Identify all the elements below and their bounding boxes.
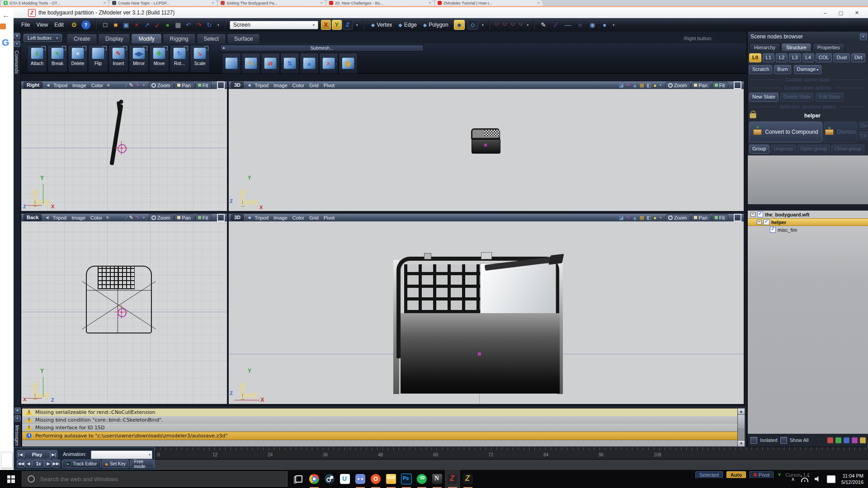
texture-icon[interactable]: ▦ xyxy=(174,20,183,29)
clapper-icon[interactable]: ◧ xyxy=(646,82,651,88)
chevron-down-icon[interactable]: ▾ xyxy=(143,83,145,87)
viewport-button[interactable]: Pan xyxy=(175,214,194,221)
smooth-icon[interactable] xyxy=(222,53,241,74)
scroll-down-icon[interactable]: ▼ xyxy=(738,440,745,446)
viewport-button[interactable]: Zoom xyxy=(665,214,690,221)
show-all-label[interactable]: Show All xyxy=(790,437,809,443)
filter-red-icon[interactable] xyxy=(827,437,833,443)
auto-mode-button[interactable]: Auto xyxy=(726,471,746,478)
filter-gold-icon[interactable] xyxy=(860,437,866,443)
group-button[interactable]: Ungroup xyxy=(771,145,796,154)
browser-tab[interactable]: 20. New Challenges - Bu... × xyxy=(326,0,434,6)
sphere-icon[interactable]: ● xyxy=(600,20,609,29)
submesh-group-header[interactable]: Submesh... xyxy=(220,45,424,52)
save-icon[interactable]: ▣ xyxy=(122,20,131,29)
eraser-tool-icon[interactable]: ◪ xyxy=(619,82,623,88)
maximize-viewport-icon[interactable] xyxy=(217,214,225,221)
photoshop-icon[interactable] xyxy=(399,470,414,488)
group-button[interactable]: Group xyxy=(749,145,769,154)
filter-blue-icon[interactable] xyxy=(844,437,849,443)
pivot-marker[interactable] xyxy=(478,352,481,356)
clapper-icon[interactable]: ◧ xyxy=(646,215,651,221)
grid-icon[interactable]: ▦ xyxy=(339,53,358,74)
steam-icon[interactable] xyxy=(322,470,337,488)
tool-button[interactable]: Flip xyxy=(88,45,108,72)
animation-select[interactable]: ▾ xyxy=(91,450,152,459)
viewport-canvas[interactable]: Y Z X xyxy=(229,221,744,404)
eraser-tool-icon[interactable]: ◪ xyxy=(619,215,623,221)
circle-icon[interactable]: ○ xyxy=(576,20,585,29)
viewport-back[interactable]: Back ◀ TripodImageColor ≡ ∕ ✎ ✎ ▾ ZoomPa… xyxy=(21,214,227,404)
playback-speed[interactable]: 1x xyxy=(32,460,45,468)
state-action-button[interactable]: New State xyxy=(749,93,778,102)
scroll-thumb[interactable] xyxy=(738,415,745,428)
collapse-arrow-icon[interactable]: ◀ xyxy=(248,83,250,87)
axis-toggle[interactable]: X xyxy=(321,20,331,30)
zmodeler-icon[interactable] xyxy=(445,470,460,488)
screen-mode-select[interactable]: Screen ▾ xyxy=(230,21,318,29)
viewport-button[interactable]: Zoom xyxy=(665,82,690,89)
tab-close-icon[interactable]: × xyxy=(212,1,214,5)
isolated-label[interactable]: Isolated xyxy=(760,437,778,443)
selection-mode-button[interactable]: Edge xyxy=(396,21,420,29)
viewport-menu[interactable]: Color xyxy=(91,83,103,88)
tab-close-icon[interactable]: × xyxy=(320,1,323,5)
marker-icon[interactable]: ✎ xyxy=(136,215,140,221)
viewport-name-button[interactable]: Back xyxy=(24,214,42,221)
viewport-menu[interactable]: Color xyxy=(292,83,304,88)
reorder-icon[interactable]: ⇅ xyxy=(280,53,299,74)
z-gold-icon[interactable] xyxy=(460,470,476,488)
state-button[interactable]: Scratch xyxy=(749,65,772,74)
viewport-canvas[interactable]: Y Z X xyxy=(229,89,744,211)
ribbon-tab[interactable]: Modify xyxy=(131,33,161,43)
undo-icon[interactable]: ↶ xyxy=(184,20,193,29)
collapse-arrow-icon[interactable]: ◀ xyxy=(46,216,48,220)
brush-icon[interactable]: ∕ xyxy=(551,20,560,29)
discord-icon[interactable] xyxy=(353,470,368,488)
close-button[interactable]: ✕ xyxy=(855,10,859,16)
partition-cage-grid[interactable] xyxy=(404,264,480,313)
viewport-button[interactable]: Fit xyxy=(195,82,212,89)
clipped-button[interactable]: Lo xyxy=(859,131,868,140)
log-message[interactable]: Performing autosave to "c:\users\owner\d… xyxy=(22,432,737,440)
tool-button[interactable]: ↻ Rot... xyxy=(170,45,189,72)
more-menu-icon[interactable]: ≡ xyxy=(106,215,109,220)
scene-browser-tab[interactable]: Properties xyxy=(812,43,845,51)
selected-mode-button[interactable]: Selected xyxy=(695,471,723,478)
viewport-menu[interactable]: Tripod xyxy=(255,83,269,88)
left-button-dropdown[interactable]: Left button: ▾ xyxy=(24,34,62,42)
chevron-down-icon[interactable]: ▾ xyxy=(660,216,661,220)
viewport-menu[interactable]: Pivot xyxy=(324,215,335,221)
pin-panel-icon[interactable]: ▪ xyxy=(860,33,867,40)
snap-magnet-4-icon[interactable]: ∩ xyxy=(519,21,523,28)
state-action-button[interactable]: Edit State xyxy=(816,93,844,102)
viewport-menu[interactable]: Grid xyxy=(309,215,319,221)
pivot-marker[interactable] xyxy=(118,308,127,317)
viewport-button[interactable]: Pan xyxy=(691,82,711,89)
chevron-down-icon[interactable]: ▾ xyxy=(660,83,661,87)
state-button[interactable]: Damage xyxy=(794,65,822,74)
node-checkbox[interactable] xyxy=(757,211,763,217)
selection-mode-button[interactable]: Polygon xyxy=(420,21,451,29)
browser-tab[interactable]: ZModeler Tutorial | How t... × xyxy=(435,0,542,6)
pin-panel-icon[interactable]: ▪ xyxy=(14,415,21,422)
isolated-toggle-icon[interactable] xyxy=(750,437,757,444)
maximize-viewport-icon[interactable] xyxy=(734,214,741,221)
timeline-track[interactable] xyxy=(155,460,868,470)
action-center-icon[interactable] xyxy=(827,475,835,483)
viewport-3d-top[interactable]: 3D ◀ TripodImageColorGridPivot ◪ ✎ ▲ ▦ ◧… xyxy=(229,81,744,211)
nexus-icon[interactable] xyxy=(429,470,445,488)
tab-close-icon[interactable]: × xyxy=(537,1,540,5)
pencil-icon[interactable]: ✎ xyxy=(626,82,630,88)
pin-panel-icon[interactable]: ▪ xyxy=(14,41,20,47)
browser-tab[interactable]: 5 GTA 5 Modding Tools - GT... × xyxy=(1,0,108,6)
checker-icon[interactable]: ▦ xyxy=(640,215,644,221)
viewport-canvas[interactable]: Y Z X xyxy=(21,89,227,211)
viewport-button[interactable]: Fit xyxy=(712,82,728,89)
play-button[interactable]: Play xyxy=(24,450,50,459)
minimize-button[interactable]: – xyxy=(824,10,826,16)
viewport-menu[interactable]: Image xyxy=(274,215,288,221)
close-panel-icon[interactable]: ✕ xyxy=(14,33,20,39)
maximize-viewport-icon[interactable] xyxy=(734,81,741,89)
collapse-arrow-icon[interactable]: ◀ xyxy=(248,216,250,220)
